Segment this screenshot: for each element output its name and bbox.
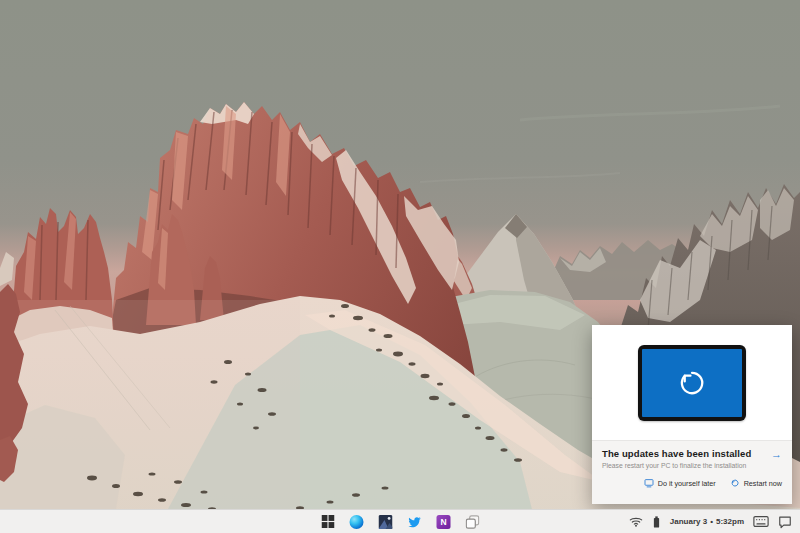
taskbar-twitter-button[interactable]	[405, 510, 425, 533]
system-tray: January 3 • 5:32pm	[629, 510, 792, 533]
toast-title: The updates have been installed	[602, 448, 751, 459]
do-it-later-button[interactable]: Do it yourself later	[644, 478, 716, 488]
battery-icon[interactable]	[652, 515, 661, 529]
taskbar-app-icons: N	[318, 510, 483, 533]
taskbar-photos-button[interactable]	[376, 510, 396, 533]
twitter-bird-icon	[408, 515, 422, 529]
restart-now-button[interactable]: Restart now	[730, 478, 782, 488]
taskbar-onenote-button[interactable]: N	[434, 510, 454, 533]
windows-logo-icon	[321, 515, 334, 528]
taskbar-overlap-windows-button[interactable]	[463, 510, 483, 533]
overlapping-windows-icon	[466, 515, 480, 529]
taskbar: N	[0, 509, 800, 533]
desktop: The updates have been installed → Please…	[0, 0, 800, 533]
right-arrow-icon[interactable]: →	[771, 449, 782, 459]
action-center-icon[interactable]	[778, 515, 792, 529]
clock-date: January 3	[670, 517, 707, 526]
tablet-screen	[642, 349, 742, 417]
monitor-icon	[644, 478, 654, 488]
wifi-icon[interactable]	[629, 516, 643, 527]
tablet-illustration	[638, 345, 746, 421]
edge-icon	[350, 515, 364, 529]
toast-body: The updates have been installed → Please…	[592, 440, 792, 504]
restart-arrow-icon	[675, 366, 709, 400]
update-notification-toast[interactable]: The updates have been installed → Please…	[592, 325, 792, 504]
touch-keyboard-icon[interactable]	[753, 515, 769, 528]
onenote-icon: N	[437, 515, 451, 529]
do-it-later-label: Do it yourself later	[658, 479, 716, 488]
taskbar-edge-button[interactable]	[347, 510, 367, 533]
clock-separator: •	[710, 517, 713, 526]
taskbar-clock[interactable]: January 3 • 5:32pm	[670, 517, 744, 526]
refresh-icon	[730, 478, 740, 488]
restart-now-label: Restart now	[744, 479, 782, 488]
toast-subtitle: Please restart your PC to finalize the i…	[602, 462, 782, 469]
clock-time: 5:32pm	[716, 517, 744, 526]
start-button[interactable]	[318, 510, 338, 533]
toast-hero-image	[592, 325, 792, 440]
photos-icon	[379, 515, 393, 529]
